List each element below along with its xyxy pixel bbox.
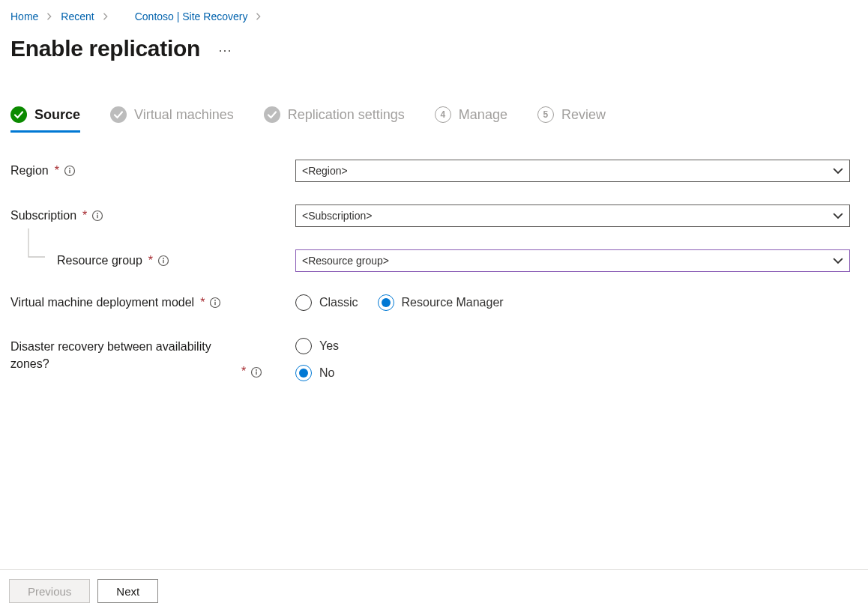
svg-point-0 xyxy=(10,106,27,123)
breadcrumb-recent[interactable]: Recent xyxy=(61,10,94,22)
breadcrumb-home[interactable]: Home xyxy=(10,10,38,22)
required-indicator: * xyxy=(148,254,153,267)
dr-yes-label: Yes xyxy=(319,339,339,353)
subscription-label: Subscription xyxy=(10,209,76,222)
dr-zones-label: Disaster recovery between availability z… xyxy=(10,338,235,372)
required-indicator: * xyxy=(241,365,246,378)
tab-review[interactable]: 5 Review xyxy=(537,106,606,133)
resource-group-value: <Resource group> xyxy=(302,255,389,267)
wizard-tabs: Source Virtual machines Replication sett… xyxy=(10,106,858,133)
radio-icon xyxy=(295,365,312,381)
checkmark-icon xyxy=(264,106,280,123)
chevron-right-icon xyxy=(255,13,262,20)
svg-rect-17 xyxy=(256,372,257,375)
chevron-right-icon xyxy=(46,13,53,20)
svg-point-4 xyxy=(69,168,70,169)
tab-source[interactable]: Source xyxy=(10,106,80,133)
breadcrumb-site-recovery[interactable]: Contoso | Site Recovery xyxy=(135,10,248,22)
required-indicator: * xyxy=(55,164,59,178)
svg-point-2 xyxy=(264,106,280,123)
deployment-model-rm-radio[interactable]: Resource Manager xyxy=(378,294,504,311)
tab-replication-label: Replication settings xyxy=(288,107,405,123)
required-indicator: * xyxy=(82,209,87,222)
region-dropdown[interactable]: <Region> xyxy=(295,160,850,182)
svg-rect-11 xyxy=(163,260,163,263)
checkmark-icon xyxy=(10,106,27,123)
page-title: Enable replication xyxy=(10,36,200,61)
deployment-model-label: Virtual machine deployment model xyxy=(10,296,194,309)
region-label: Region xyxy=(10,164,49,178)
tab-manage[interactable]: 4 Manage xyxy=(435,106,507,133)
radio-icon xyxy=(378,294,394,311)
chevron-right-icon xyxy=(102,13,109,20)
dr-no-radio[interactable]: No xyxy=(295,365,334,381)
resource-group-dropdown[interactable]: <Resource group> xyxy=(295,249,850,272)
checkmark-icon xyxy=(110,106,127,123)
step-number-icon: 4 xyxy=(435,106,451,123)
tab-vms-label: Virtual machines xyxy=(134,107,234,123)
dr-no-label: No xyxy=(319,366,334,380)
info-icon[interactable] xyxy=(64,165,76,177)
info-icon[interactable] xyxy=(250,366,262,378)
radio-icon xyxy=(295,294,312,311)
breadcrumb: Home Recent Contoso | Site Recovery xyxy=(10,10,858,22)
more-options-icon[interactable]: ⋯ xyxy=(218,42,233,58)
info-icon[interactable] xyxy=(157,255,169,267)
previous-button: Previous xyxy=(9,579,90,603)
step-number-icon: 5 xyxy=(537,106,554,123)
radio-icon xyxy=(295,338,312,354)
deployment-model-classic-radio[interactable]: Classic xyxy=(295,294,358,311)
tab-source-label: Source xyxy=(34,107,80,123)
region-value: <Region> xyxy=(302,165,348,177)
classic-label: Classic xyxy=(319,296,358,309)
svg-point-7 xyxy=(97,213,98,214)
tab-manage-label: Manage xyxy=(459,107,507,123)
svg-point-1 xyxy=(110,106,127,123)
chevron-down-icon xyxy=(833,255,843,266)
resource-group-label: Resource group xyxy=(57,254,142,267)
tab-review-label: Review xyxy=(561,107,606,123)
svg-rect-14 xyxy=(215,302,216,305)
resource-manager-label: Resource Manager xyxy=(402,296,504,309)
tab-virtual-machines[interactable]: Virtual machines xyxy=(110,106,234,133)
svg-rect-5 xyxy=(69,170,70,173)
svg-rect-8 xyxy=(97,215,98,218)
required-indicator: * xyxy=(200,296,205,309)
next-button[interactable]: Next xyxy=(97,579,158,603)
svg-point-10 xyxy=(163,258,164,259)
source-form: Region * <Region> Subscription * xyxy=(10,160,858,381)
info-icon[interactable] xyxy=(91,210,103,222)
tab-replication-settings[interactable]: Replication settings xyxy=(264,106,405,133)
chevron-down-icon xyxy=(833,210,843,221)
svg-point-13 xyxy=(215,300,217,301)
wizard-footer: Previous Next xyxy=(0,569,868,612)
subscription-value: <Subscription> xyxy=(302,210,372,222)
subscription-dropdown[interactable]: <Subscription> xyxy=(295,204,850,227)
indent-bracket-icon xyxy=(27,228,46,263)
dr-yes-radio[interactable]: Yes xyxy=(295,338,339,354)
svg-point-16 xyxy=(256,369,257,371)
info-icon[interactable] xyxy=(209,297,221,309)
chevron-down-icon xyxy=(833,166,843,176)
